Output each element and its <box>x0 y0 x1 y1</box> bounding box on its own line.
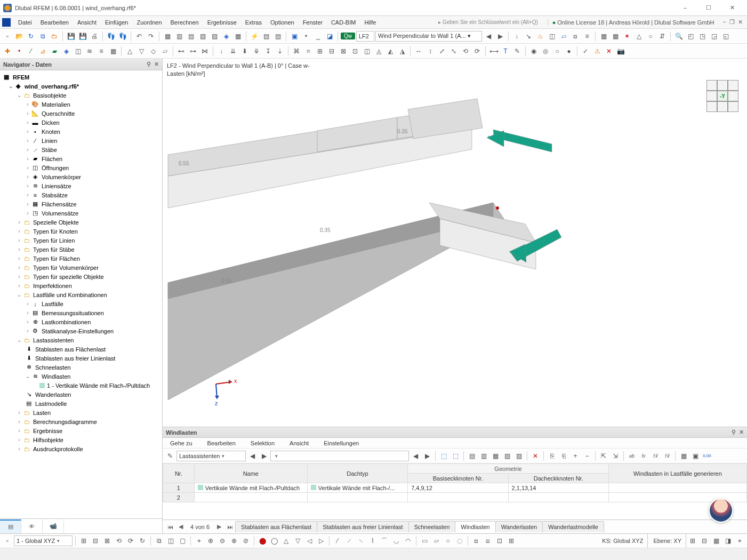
support3-icon[interactable]: ◇ <box>148 46 158 57</box>
bp-tool2-icon[interactable]: ▥ <box>478 451 489 461</box>
tree-folder[interactable]: ›🗀Ergebnisse <box>0 426 162 435</box>
check1-icon[interactable]: ✓ <box>580 46 591 57</box>
sb33-icon[interactable]: ⧇ <box>483 535 493 546</box>
surfaceset-icon[interactable]: ▦ <box>108 46 118 57</box>
sb24-icon[interactable]: ⌇ <box>367 535 378 546</box>
workplane-icon[interactable]: ▱ <box>558 31 569 42</box>
sb4-icon[interactable]: ⟲ <box>114 535 124 546</box>
sb7-icon[interactable]: ⧉ <box>154 535 164 546</box>
col-generate[interactable]: Windlasten in Lastfälle generieren <box>608 464 746 483</box>
cube4-icon[interactable]: ◱ <box>720 31 731 42</box>
warning-icon[interactable]: ⚠ <box>592 46 603 57</box>
show-supports-icon[interactable]: △ <box>633 31 644 42</box>
sb5-icon[interactable]: ⟳ <box>125 535 136 546</box>
tool15-icon[interactable]: ⟲ <box>460 46 471 57</box>
tool09-icon[interactable]: ◭ <box>385 46 396 57</box>
results-chart-icon[interactable]: ▤ <box>272 31 283 42</box>
model-viewport[interactable]: 0.35 0.55 0.35 0.55 <box>163 59 747 427</box>
tree-item[interactable]: ›▤Bemessungssituationen <box>0 308 162 317</box>
sb21-icon[interactable]: ∕ <box>332 535 343 546</box>
tool03-icon[interactable]: ⊞ <box>315 46 325 57</box>
bp-category-dropdown[interactable]: Lastassistenten▾ <box>176 451 246 461</box>
bottom-tab[interactable]: Wanderlastmodelle <box>542 521 604 532</box>
bp-add-icon[interactable]: + <box>570 451 581 461</box>
sb8-icon[interactable]: ◫ <box>165 535 176 546</box>
view4-icon[interactable]: ▧ <box>197 31 208 42</box>
sb16-icon[interactable]: ◯ <box>269 535 279 546</box>
menu-cadbim[interactable]: CAD-BIM <box>327 18 360 27</box>
sb25-icon[interactable]: ⌒ <box>379 535 390 546</box>
open-folder-icon[interactable]: 🗀 <box>49 31 60 42</box>
bp-next-icon[interactable]: ▶ <box>259 451 269 461</box>
col-beck[interactable]: Basiseckknoten Nr. <box>408 474 508 483</box>
tree-folder[interactable]: ›🗀Hilfsobjekte <box>0 435 162 444</box>
save-icon[interactable]: 💾 <box>66 31 76 42</box>
bp-menu-einst[interactable]: Einstellungen <box>319 438 363 448</box>
bp-menu-gehezu[interactable]: Gehe zu <box>166 438 197 448</box>
nodes-icon[interactable]: • <box>301 31 311 42</box>
sb12-icon[interactable]: ⊖ <box>217 535 228 546</box>
tree-folder[interactable]: ›🗀Typen für Stäbe <box>0 245 162 254</box>
menu-fenster[interactable]: Fenster <box>299 18 327 27</box>
dim-icon[interactable]: ⟷ <box>488 46 499 57</box>
bottom-tab[interactable]: Stablasten aus freier Linienlast <box>317 521 408 532</box>
footprint2-icon[interactable]: 👣 <box>117 31 128 42</box>
view-opts2-icon[interactable]: ▦ <box>610 31 621 42</box>
sb-end2-icon[interactable]: ⊟ <box>699 535 710 546</box>
tree-folder[interactable]: ›🗀Ausdruckprotokolle <box>0 444 162 453</box>
tool04-icon[interactable]: ⊟ <box>326 46 337 57</box>
sb-end5-icon[interactable]: ⌖ <box>734 535 745 546</box>
bp-select2-icon[interactable]: ⬚ <box>450 451 461 461</box>
tree-item[interactable]: ›•Knoten <box>0 127 162 136</box>
bp-close-icon[interactable]: ✕ <box>739 429 744 436</box>
bp-remove-icon[interactable]: − <box>582 451 592 461</box>
tool12-icon[interactable]: ↕ <box>425 46 436 57</box>
tool11-icon[interactable]: ↔ <box>413 46 424 57</box>
tree-item[interactable]: ›≋Liniensätze <box>0 181 162 190</box>
tool13-icon[interactable]: ⤢ <box>437 46 447 57</box>
bottom-tab[interactable]: Windlasten <box>455 521 495 532</box>
view3-icon[interactable]: ▤ <box>186 31 196 42</box>
lf-number-dropdown[interactable]: LF2 <box>356 31 374 42</box>
bp-export-icon[interactable]: ⇲ <box>610 451 621 461</box>
bp-select-icon[interactable]: ⬚ <box>438 451 449 461</box>
sb20-icon[interactable]: ▷ <box>316 535 326 546</box>
memberset-icon[interactable]: ≡ <box>96 46 107 57</box>
load1-icon[interactable]: ↓ <box>216 46 227 57</box>
bp-opts1-icon[interactable]: ▦ <box>678 451 689 461</box>
sb3-icon[interactable]: ⊠ <box>102 535 113 546</box>
sb-end1-icon[interactable]: ⊞ <box>687 535 698 546</box>
visibility3-icon[interactable]: ○ <box>552 46 563 57</box>
mdi-minimize-button[interactable]: − <box>723 19 726 26</box>
tree-folder[interactable]: ›🗀Spezielle Objekte <box>0 218 162 227</box>
tree-item[interactable]: ⬇Stablasten aus freier Linienlast <box>0 354 162 363</box>
cube1-icon[interactable]: ◰ <box>685 31 696 42</box>
fire-icon[interactable]: ♨ <box>535 31 545 42</box>
opening-icon[interactable]: ◫ <box>73 46 83 57</box>
tool08-icon[interactable]: ◬ <box>373 46 384 57</box>
bp-pin-icon[interactable]: ⚲ <box>732 429 736 436</box>
bp-fx3-icon[interactable]: fx̂ <box>662 451 672 461</box>
show-hinges-icon[interactable]: ○ <box>645 31 656 42</box>
nav-tree[interactable]: ▦RFEM ⌄◈wind_overhang.rf6* ⌄🗀Basisobjekt… <box>0 70 162 518</box>
tree-item[interactable]: ›↓Lastfälle <box>0 299 162 308</box>
bp-abc-icon[interactable]: ab <box>626 451 637 461</box>
node-icon[interactable]: • <box>14 46 25 57</box>
tool14-icon[interactable]: ⤡ <box>448 46 459 57</box>
cs-axes-icon[interactable]: ✶ <box>622 31 632 42</box>
print-icon[interactable]: 🖨 <box>89 31 100 42</box>
bp-tool4-icon[interactable]: ▧ <box>502 451 512 461</box>
nav-tab-camera[interactable]: 📹 <box>43 519 64 533</box>
undo-icon[interactable]: ↶ <box>134 31 144 42</box>
load6-icon[interactable]: ⇣ <box>275 46 285 57</box>
sb11-icon[interactable]: ⊕ <box>205 535 216 546</box>
support2-icon[interactable]: ▽ <box>136 46 147 57</box>
tree-item[interactable]: ❄Schneelasten <box>0 363 162 372</box>
col-nr[interactable]: Nr. <box>163 464 195 483</box>
sb32-icon[interactable]: ⧈ <box>471 535 481 546</box>
view-opts1-icon[interactable]: ▦ <box>598 31 609 42</box>
bp-nav-prev-icon[interactable]: ◀ <box>410 451 421 461</box>
sb22-icon[interactable]: ⟋ <box>344 535 355 546</box>
hinge1-icon[interactable]: ⊷ <box>176 46 187 57</box>
minimize-button[interactable]: − <box>673 1 697 15</box>
